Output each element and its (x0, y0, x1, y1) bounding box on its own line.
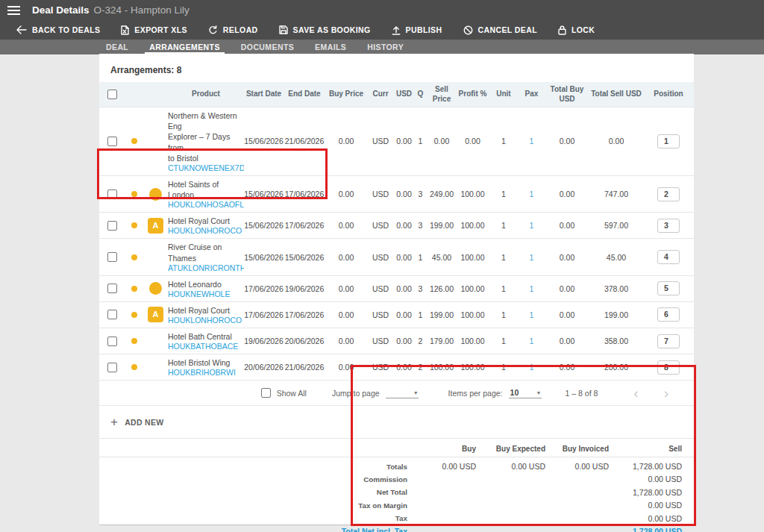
position-input[interactable]: 2 (657, 187, 680, 201)
show-all-checkbox[interactable] (261, 388, 271, 398)
currency-cell: USD (367, 187, 394, 201)
row-badge-cell (143, 279, 168, 298)
column-header-q: Q (414, 87, 427, 102)
toolbar-button-save-as-booking[interactable]: SAVE AS BOOKING (269, 20, 381, 40)
product-code-link[interactable]: HOUKBRIHOBRWI (168, 368, 244, 377)
row-checkbox[interactable] (107, 221, 117, 231)
table-row[interactable]: Hotel LeonardoHOUKNEWHOLE17/06/202619/06… (99, 275, 694, 301)
product-code-link[interactable]: HOUKBATHOBACE (168, 342, 244, 351)
row-select-cell (99, 249, 125, 265)
total-sell-usd-cell: 0.00 (589, 134, 643, 148)
product-code-link[interactable]: HOUKNEWHOLE (168, 290, 244, 298)
pax-cell[interactable]: 1 (519, 187, 545, 201)
tab-history[interactable]: HISTORY (367, 40, 404, 54)
product-code-link[interactable]: HOUKLONHOSAOFLO (168, 200, 244, 209)
end-date-cell: 17/06/2026 (284, 307, 325, 322)
buy-price-cell: 0.00 (325, 334, 367, 348)
pax-cell[interactable]: 1 (519, 334, 545, 348)
row-select-cell (99, 307, 125, 322)
totals-row-label: Net Total (99, 488, 407, 496)
toolbar-button-label: CANCEL DEAL (478, 25, 537, 34)
table-row[interactable]: River Cruise on ThamesATUKLONRICRONTH15/… (99, 238, 694, 275)
row-checkbox[interactable] (107, 363, 117, 372)
buy-price-cell: 0.00 (325, 307, 367, 322)
pax-cell[interactable]: 1 (519, 281, 545, 296)
add-new-button[interactable]: + ADD NEW (110, 415, 164, 430)
totals-buy-expected-value: 0.00 USD (476, 462, 545, 471)
pax-cell[interactable]: 1 (519, 307, 545, 322)
toolbar-button-publish[interactable]: PUBLISH (381, 20, 453, 40)
table-row[interactable]: AHotel Royal CourtHOUKLONHOROCO17/06/202… (99, 301, 694, 328)
row-checkbox[interactable] (107, 284, 117, 293)
sell-price-cell: 199.00 (427, 218, 457, 233)
chevron-left-icon[interactable]: ‹ (624, 386, 647, 400)
table-row[interactable]: Hotel Bristol WingHOUKBRIHOBRWI20/06/202… (99, 354, 694, 380)
row-checkbox[interactable] (107, 137, 117, 146)
usd-value-cell: 0.00 (394, 250, 414, 265)
row-checkbox[interactable] (107, 337, 117, 346)
total-sell-usd-cell: 358.00 (589, 334, 643, 348)
status-dot-icon (131, 286, 137, 292)
toolbar-button-cancel-deal[interactable]: CANCEL DEAL (453, 20, 548, 40)
row-checkbox[interactable] (107, 252, 117, 262)
row-checkbox[interactable] (107, 190, 117, 199)
table-row[interactable]: AHotel Royal CourtHOUKLONHOROCO15/06/202… (99, 212, 694, 238)
position-input[interactable]: 5 (657, 281, 680, 295)
position-input[interactable]: 4 (657, 250, 680, 264)
product-code-link[interactable]: CTUKNOWEENEX7DALO (168, 163, 244, 172)
usd-value-cell: 0.00 (394, 334, 414, 348)
items-per-page-value: 10 (510, 388, 519, 397)
tab-documents[interactable]: DOCUMENTS (241, 40, 294, 54)
total-buy-usd-cell: 0.00 (545, 360, 589, 375)
deal-id-name: O-324 - Hampton Lily (94, 4, 190, 16)
pax-cell[interactable]: 1 (519, 134, 545, 148)
toolbar-button-back-to-deals[interactable]: BACK TO DEALS (6, 20, 110, 40)
currency-cell: USD (367, 218, 394, 233)
buy-price-cell: 0.00 (325, 250, 367, 265)
position-input[interactable]: 1 (657, 134, 680, 148)
pax-cell[interactable]: 1 (519, 360, 545, 375)
header-spacer (143, 92, 168, 98)
pagination-bar: Show All Jump to page ▼ Items per page: … (99, 380, 694, 405)
status-dot-icon (131, 254, 137, 260)
table-row[interactable]: Hotel Bath CentralHOUKBATHOBACE19/06/202… (99, 328, 694, 354)
product-code-link[interactable]: HOUKLONHOROCO (168, 316, 244, 325)
pax-cell[interactable]: 1 (519, 218, 545, 233)
chevron-right-icon[interactable]: › (655, 386, 677, 400)
product-code-link[interactable]: ATUKLONRICRONTH (168, 263, 244, 272)
menu-icon[interactable] (7, 6, 20, 15)
jump-to-page-select[interactable]: ▼ (386, 388, 419, 398)
table-row[interactable]: Hotel Saints of LondonHOUKLONHOSAOFLO15/… (99, 175, 694, 212)
profit-pct-cell: 100.00 (457, 218, 489, 233)
column-header-position: Position (643, 87, 694, 102)
toolbar-button-lock[interactable]: LOCK (548, 20, 605, 40)
page-range-label: 1 – 8 of 8 (566, 389, 598, 398)
row-status-cell (125, 188, 143, 200)
usd-value-cell: 0.00 (394, 360, 414, 375)
currency-cell: USD (367, 281, 394, 296)
column-header-pax: Pax (519, 87, 545, 102)
toolbar-button-reload[interactable]: RELOAD (198, 20, 269, 40)
tab-bar: DEALARRANGEMENTSDOCUMENTSEMAILSHISTORY (0, 40, 764, 54)
sell-price-cell: 249.00 (427, 187, 457, 201)
row-checkbox[interactable] (107, 310, 117, 319)
select-all-checkbox[interactable] (107, 90, 117, 99)
quantity-cell: 2 (414, 334, 427, 348)
items-per-page-select[interactable]: 10 ▼ (509, 388, 542, 398)
position-input[interactable]: 3 (657, 219, 680, 233)
row-select-cell (99, 281, 125, 296)
totals-row-label: Total Net incl. Tax (99, 527, 407, 532)
position-input[interactable]: 6 (657, 307, 680, 322)
position-input[interactable]: 7 (657, 334, 680, 348)
position-input[interactable]: 8 (657, 360, 680, 375)
tab-deal[interactable]: DEAL (106, 40, 128, 54)
pax-cell[interactable]: 1 (519, 250, 545, 265)
row-status-cell (125, 361, 143, 373)
table-row[interactable]: Northern & Western Eng Explorer – 7 Days… (99, 107, 694, 175)
toolbar-button-export-xls[interactable]: EXPORT XLS (110, 20, 198, 40)
tab-arrangements[interactable]: ARRANGEMENTS (149, 40, 220, 54)
product-code-link[interactable]: HOUKLONHOROCO (168, 226, 244, 235)
totals-column-buy-invoiced: Buy Invoiced (545, 445, 609, 453)
tab-emails[interactable]: EMAILS (315, 40, 346, 54)
row-select-cell (99, 134, 125, 149)
